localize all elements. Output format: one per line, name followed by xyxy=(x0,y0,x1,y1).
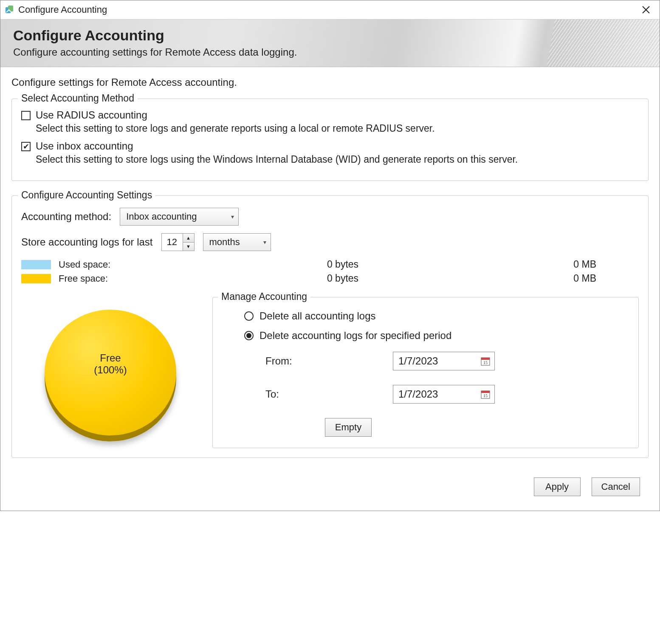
free-swatch xyxy=(21,274,51,283)
method-dropdown[interactable]: Inbox accounting ▾ xyxy=(120,208,239,226)
to-date-value: 1/7/2023 xyxy=(398,388,438,400)
page-subtitle: Configure accounting settings for Remote… xyxy=(13,46,647,58)
delete-all-radio[interactable] xyxy=(244,311,254,321)
close-button[interactable] xyxy=(637,3,654,17)
apply-button-label: Apply xyxy=(545,481,569,492)
svg-rect-8 xyxy=(481,391,490,393)
inbox-checkbox[interactable]: ✔ xyxy=(21,142,31,151)
configure-accounting-window: Configure Accounting Configure Accountin… xyxy=(0,0,660,511)
chevron-down-icon: ▾ xyxy=(263,239,266,246)
delete-period-radio[interactable] xyxy=(244,331,254,340)
svg-rect-1 xyxy=(8,6,13,11)
pie-label-1: Free xyxy=(45,352,176,364)
window-title: Configure Accounting xyxy=(18,4,107,15)
method-label: Accounting method: xyxy=(21,211,111,223)
accounting-settings-legend: Configure Accounting Settings xyxy=(18,189,155,201)
free-mb: 0 MB xyxy=(554,273,639,284)
from-date-value: 1/7/2023 xyxy=(398,355,438,367)
chevron-down-icon: ▾ xyxy=(231,213,234,220)
checkmark-icon: ✔ xyxy=(23,143,29,150)
used-bytes: 0 bytes xyxy=(132,259,554,270)
disk-usage-pie: Free (100%) xyxy=(21,297,200,441)
retention-spinner[interactable]: 12 ▲ ▼ xyxy=(161,233,195,251)
empty-button[interactable]: Empty xyxy=(325,418,372,437)
spinner-up-icon[interactable]: ▲ xyxy=(183,234,194,243)
pie-label-2: (100%) xyxy=(45,364,176,376)
from-date-input[interactable]: 1/7/2023 15 xyxy=(393,352,495,370)
titlebar: Configure Accounting xyxy=(0,0,660,20)
cancel-button-label: Cancel xyxy=(601,481,630,492)
free-bytes: 0 bytes xyxy=(132,273,554,284)
radio-dot-icon xyxy=(246,333,251,338)
page-title: Configure Accounting xyxy=(13,27,647,44)
intro-text: Configure settings for Remote Access acc… xyxy=(11,76,649,88)
from-label: From: xyxy=(265,355,333,367)
spinner-down-icon[interactable]: ▼ xyxy=(183,243,194,251)
radius-label: Use RADIUS accounting xyxy=(36,109,147,121)
method-dropdown-value: Inbox accounting xyxy=(126,211,197,222)
svg-text:15: 15 xyxy=(483,393,488,398)
accounting-method-group: Select Accounting Method Use RADIUS acco… xyxy=(11,99,649,181)
unit-dropdown[interactable]: months ▾ xyxy=(203,233,271,251)
free-label: Free space: xyxy=(59,273,108,284)
empty-button-label: Empty xyxy=(335,422,361,433)
cancel-button[interactable]: Cancel xyxy=(592,477,640,496)
retention-value: 12 xyxy=(162,234,183,251)
unit-dropdown-value: months xyxy=(209,237,240,248)
app-icon xyxy=(5,5,15,15)
accounting-method-legend: Select Accounting Method xyxy=(18,93,138,104)
space-legend: Used space: 0 bytes 0 MB Free space: 0 b… xyxy=(21,259,639,284)
content-area: Configure settings for Remote Access acc… xyxy=(0,67,660,511)
to-date-input[interactable]: 1/7/2023 15 xyxy=(393,385,495,404)
radius-desc: Select this setting to store logs and ge… xyxy=(36,123,588,134)
used-swatch xyxy=(21,260,51,269)
dialog-footer: Apply Cancel xyxy=(11,477,649,502)
svg-rect-5 xyxy=(481,358,490,360)
header-banner: Configure Accounting Configure accountin… xyxy=(0,20,660,67)
manage-accounting-group: Manage Accounting Delete all accounting … xyxy=(212,297,639,448)
manage-accounting-legend: Manage Accounting xyxy=(218,291,310,302)
calendar-icon[interactable]: 15 xyxy=(480,389,491,400)
store-label: Store accounting logs for last xyxy=(21,236,153,248)
used-label: Used space: xyxy=(59,259,110,270)
delete-all-label: Delete all accounting logs xyxy=(259,310,376,322)
accounting-settings-group: Configure Accounting Settings Accounting… xyxy=(11,195,649,458)
svg-text:15: 15 xyxy=(483,360,488,365)
inbox-label: Use inbox accounting xyxy=(36,140,133,152)
calendar-icon[interactable]: 15 xyxy=(480,356,491,367)
radius-checkbox[interactable] xyxy=(21,111,31,120)
delete-period-label: Delete accounting logs for specified per… xyxy=(259,330,451,342)
used-mb: 0 MB xyxy=(554,259,639,270)
to-label: To: xyxy=(265,388,333,400)
inbox-desc: Select this setting to store logs using … xyxy=(36,154,588,165)
apply-button[interactable]: Apply xyxy=(534,477,581,496)
